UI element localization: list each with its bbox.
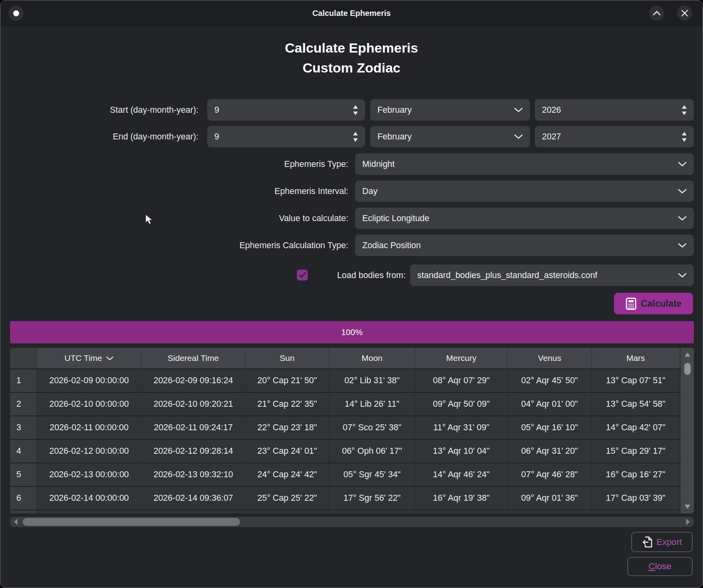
cell-sidereal[interactable]: 2026-02-12 09:28:14 [141, 440, 245, 463]
column-header-sun[interactable]: Sun [245, 348, 329, 369]
table-header-row: UTC Time Sidereal Time Sun Moon Mercury … [10, 348, 694, 369]
table-row[interactable]: 1 2026-02-09 00:00:00 2026-02-09 09:16:2… [10, 369, 694, 393]
close-button-label: Close [648, 561, 672, 572]
close-window-button[interactable] [677, 6, 692, 21]
cell-mars[interactable]: 13° Cap 54' 58" [592, 393, 680, 416]
cell-sidereal[interactable]: 2026-02-14 09:36:07 [141, 487, 245, 510]
cell-venus[interactable]: 04° Aqr 01' 00" [508, 393, 592, 416]
scroll-down-arrow-icon[interactable] [685, 505, 690, 509]
export-button-label: Export [656, 537, 682, 547]
cell-venus[interactable]: 09° Aqr 01' 36" [508, 487, 592, 510]
cell-sidereal[interactable]: 2026-02-10 09:20:21 [141, 393, 245, 416]
cell-mars[interactable]: 14° Cap 42' 07" [592, 416, 680, 440]
column-header-mars[interactable]: Mars [592, 348, 680, 369]
start-month-combobox[interactable]: February [370, 99, 530, 121]
progress-bar: 100% [10, 321, 694, 343]
cell-venus[interactable]: 06° Aqr 31' 20" [508, 440, 592, 463]
cell-sun[interactable]: 23° Cap 24' 01" [245, 440, 329, 463]
cell-sidereal[interactable]: 2026-02-13 09:32:10 [141, 463, 245, 487]
stepper-arrows-icon[interactable] [353, 105, 358, 115]
cell-moon[interactable]: 17° Sgr 56' 22" [329, 487, 415, 510]
close-button[interactable]: Close [627, 557, 693, 576]
stepper-arrows-icon[interactable] [682, 132, 687, 142]
value-to-calculate-combobox[interactable]: Ecliptic Longitude [355, 208, 694, 229]
cell-mercury[interactable]: 14° Aqr 46' 24" [415, 463, 508, 487]
scroll-right-arrow-icon[interactable] [686, 519, 690, 525]
cell-mars[interactable]: 13° Cap 07' 51" [592, 369, 680, 393]
cell-sun[interactable]: 20° Cap 21' 50" [245, 369, 329, 393]
end-month-combobox[interactable]: February [370, 126, 530, 147]
cell-venus[interactable]: 02° Aqr 45' 50" [508, 369, 592, 393]
cell-mars[interactable]: 15° Cap 29' 17" [592, 440, 680, 463]
stepper-arrows-icon[interactable] [353, 132, 358, 142]
cell-utc[interactable]: 2026-02-09 00:00:00 [37, 369, 141, 393]
ephemeris-interval-combobox[interactable]: Day [355, 180, 694, 202]
cell-sun[interactable]: 25° Cap 25' 22" [245, 487, 329, 510]
cell-mars[interactable]: 17° Cap 03' 39" [592, 487, 680, 510]
chevron-down-icon [514, 108, 523, 112]
cell-utc[interactable]: 2026-02-13 00:00:00 [37, 463, 141, 487]
horizontal-scrollbar-thumb[interactable] [23, 518, 240, 526]
column-header-sidereal-time[interactable]: Sidereal Time [141, 348, 245, 369]
ephemeris-type-label: Ephemeris Type: [0, 153, 348, 175]
column-header-venus[interactable]: Venus [508, 348, 592, 369]
table-row[interactable]: 5 2026-02-13 00:00:00 2026-02-13 09:32:1… [10, 463, 694, 487]
cell-mercury[interactable]: 08° Aqr 07' 29" [415, 369, 508, 393]
shade-window-button[interactable] [649, 6, 664, 21]
close-icon [681, 10, 688, 17]
table-row[interactable]: 2 2026-02-10 00:00:00 2026-02-10 09:20:2… [10, 393, 694, 416]
calculation-type-combobox[interactable]: Zodiac Position [355, 235, 694, 256]
cell-moon[interactable]: 05° Sgr 45' 34" [329, 463, 415, 487]
cell-sun[interactable]: 24° Cap 24' 42" [245, 463, 329, 487]
table-row[interactable]: 6 2026-02-14 00:00:00 2026-02-14 09:36:0… [10, 487, 694, 510]
cell-mercury[interactable]: 09° Aqr 50' 09" [415, 393, 508, 416]
chevron-down-icon [678, 216, 687, 221]
cell-moon[interactable]: 14° Lib 26' 11" [329, 393, 415, 416]
table-row-partial [10, 510, 694, 514]
vertical-scrollbar-thumb[interactable] [684, 363, 691, 375]
cell-utc[interactable]: 2026-02-10 00:00:00 [37, 393, 141, 416]
cell-utc[interactable]: 2026-02-12 00:00:00 [37, 440, 141, 463]
scroll-left-arrow-icon[interactable] [14, 519, 18, 525]
calculate-button[interactable]: Calculate [614, 293, 693, 314]
cell-sun[interactable]: 22° Cap 23' 18" [245, 416, 329, 440]
cell-utc[interactable]: 2026-02-11 00:00:00 [37, 416, 141, 440]
row-number-header[interactable] [10, 348, 37, 369]
start-date-label: Start (day-month-year): [0, 99, 198, 121]
load-bodies-file-combobox[interactable]: standard_bodies_plus_standard_asteroids.… [410, 265, 694, 286]
cell-mercury[interactable]: 16° Aqr 19' 38" [415, 487, 508, 510]
cell-mercury[interactable]: 11° Aqr 31' 09" [415, 416, 508, 440]
cell-venus[interactable]: 05° Aqr 16' 10" [508, 416, 592, 440]
cell-moon[interactable]: 06° Oph 06' 17" [329, 440, 415, 463]
end-day-stepper[interactable]: 9 [207, 126, 365, 147]
table-row[interactable]: 4 2026-02-12 00:00:00 2026-02-12 09:28:1… [10, 440, 694, 463]
cell-mercury[interactable]: 13° Aqr 10' 04" [415, 440, 508, 463]
column-header-moon[interactable]: Moon [329, 348, 415, 369]
titlebar[interactable]: Calculate Ephemeris [0, 0, 703, 26]
stepper-arrows-icon[interactable] [682, 105, 687, 115]
horizontal-scrollbar[interactable] [10, 517, 694, 527]
cell-utc[interactable]: 2026-02-14 00:00:00 [37, 487, 141, 510]
column-header-utc-time[interactable]: UTC Time [37, 348, 141, 369]
table-row[interactable]: 3 2026-02-11 00:00:00 2026-02-11 09:24:1… [10, 416, 694, 440]
start-year-stepper[interactable]: 2026 [535, 99, 694, 121]
ephemeris-type-combobox[interactable]: Midnight [355, 153, 694, 175]
cell-sidereal[interactable]: 2026-02-11 09:24:17 [141, 416, 245, 440]
sort-chevron-down-icon [106, 356, 114, 361]
file-export-icon [642, 536, 652, 548]
cell-venus[interactable]: 07° Aqr 46' 28" [508, 463, 592, 487]
end-year-stepper[interactable]: 2027 [535, 126, 694, 147]
load-bodies-label: Load bodies from: [0, 265, 406, 286]
export-button[interactable]: Export [631, 532, 693, 552]
chevron-down-icon [678, 189, 687, 194]
cell-sidereal[interactable]: 2026-02-09 09:16:24 [141, 369, 245, 393]
cell-sun[interactable]: 21° Cap 22' 35" [245, 393, 329, 416]
start-day-stepper[interactable]: 9 [207, 99, 365, 121]
cell-moon[interactable]: 07° Sco 25' 38" [329, 416, 415, 440]
scroll-up-arrow-icon[interactable] [685, 353, 690, 357]
calculate-button-label: Calculate [641, 298, 681, 309]
cell-mars[interactable]: 16° Cap 16' 27" [592, 463, 680, 487]
cell-moon[interactable]: 02° Lib 31' 38" [329, 369, 415, 393]
column-header-mercury[interactable]: Mercury [415, 348, 508, 369]
vertical-scrollbar[interactable] [680, 348, 694, 514]
